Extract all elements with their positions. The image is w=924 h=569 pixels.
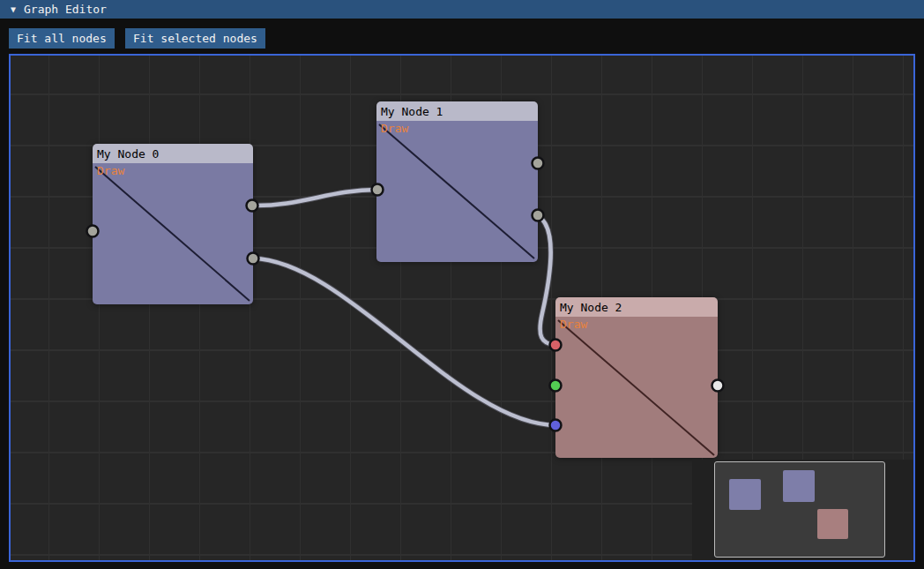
pin-node1-output2-gray[interactable] <box>533 210 544 221</box>
node-2-title: My Node 2 <box>560 301 622 314</box>
pin-node2-input-green[interactable] <box>550 380 562 392</box>
node-my-node-0[interactable]: My Node 0 Draw <box>93 144 253 304</box>
collapse-arrow-icon[interactable]: ▼ <box>7 0 19 19</box>
node-1-titlebar[interactable]: My Node 1 <box>376 101 538 121</box>
node-0-draw-label: Draw <box>97 164 124 177</box>
fit-all-nodes-button[interactable]: Fit all nodes <box>9 28 115 49</box>
window-titlebar[interactable]: ▼ Graph Editor <box>0 0 924 19</box>
node-my-node-1[interactable]: My Node 1 Draw <box>376 101 538 262</box>
minimap[interactable] <box>714 461 885 558</box>
node-1-body[interactable]: Draw <box>376 121 538 262</box>
pin-node0-output2-gray[interactable] <box>248 253 259 265</box>
node-2-draw-label: Draw <box>560 318 587 331</box>
minimap-node-0[interactable] <box>729 479 761 510</box>
pin-node2-input-blue[interactable] <box>550 420 562 431</box>
link-wire-n0-n1[interactable] <box>252 190 377 206</box>
link-wire-n0-n2[interactable] <box>253 258 556 425</box>
pin-node0-input-gray[interactable] <box>87 226 99 237</box>
node-0-title: My Node 0 <box>97 147 159 161</box>
pin-node2-output-white[interactable] <box>712 380 724 392</box>
node-0-diagonal-line <box>93 163 253 304</box>
node-1-diagonal-line <box>376 121 538 262</box>
pin-node1-output1-gray[interactable] <box>533 158 544 169</box>
node-1-title: My Node 1 <box>381 105 443 118</box>
pin-node2-input-red[interactable] <box>550 340 562 351</box>
node-0-titlebar[interactable]: My Node 0 <box>93 144 253 163</box>
minimap-node-1[interactable] <box>783 470 815 502</box>
minimap-area <box>692 460 913 560</box>
node-my-node-2[interactable]: My Node 2 Draw <box>555 297 718 458</box>
node-1-draw-label: Draw <box>381 122 408 135</box>
pin-node0-output1-gray[interactable] <box>247 200 258 212</box>
minimap-node-2[interactable] <box>817 509 848 539</box>
node-2-body[interactable]: Draw <box>555 317 718 458</box>
node-editor-canvas[interactable]: My Node 0 Draw My Node 1 Draw <box>9 54 915 562</box>
fit-selected-nodes-button[interactable]: Fit selected nodes <box>125 28 265 49</box>
window-title: Graph Editor <box>24 0 107 19</box>
node-2-diagonal-line <box>555 317 718 458</box>
node-0-body[interactable]: Draw <box>93 163 253 304</box>
graph-editor-window: ▼ Graph Editor Fit all nodes Fit selecte… <box>0 0 924 569</box>
node-2-titlebar[interactable]: My Node 2 <box>555 297 718 317</box>
pin-node1-input-gray[interactable] <box>372 184 384 196</box>
